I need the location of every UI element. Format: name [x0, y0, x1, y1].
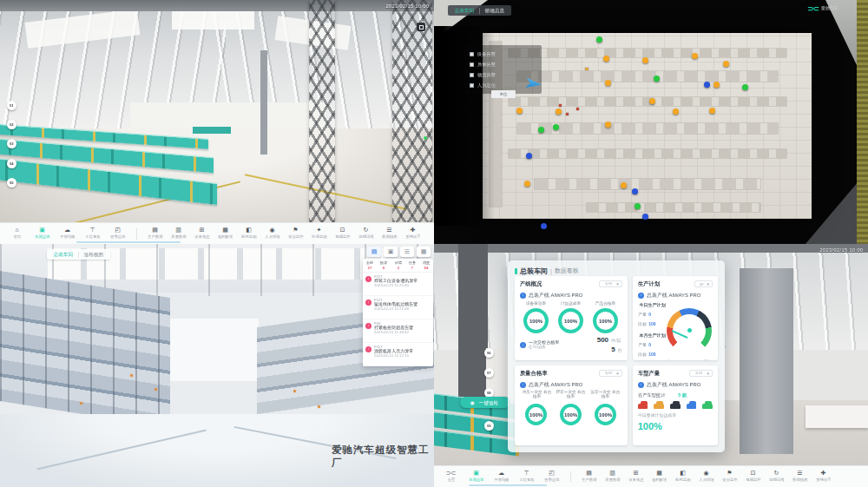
marker-badge[interactable]: 06 [484, 348, 494, 358]
map-marker-orange[interactable] [673, 109, 679, 115]
map-marker-green[interactable] [538, 127, 544, 133]
toolbar-item[interactable]: ✚系统设置 [812, 470, 835, 484]
marker-badge[interactable]: 03 [7, 139, 16, 148]
alarm-item[interactable]: !F03拧紧枪扭矩超差告警2023-02-15 11:18:42 [363, 319, 433, 343]
toolbar-item[interactable]: ◰告警总览 [105, 227, 130, 240]
toolbar-item[interactable]: ⊡视频监控 [331, 227, 354, 240]
panel-mini-tab[interactable]: ▦ [417, 247, 431, 257]
map-marker-orange[interactable] [603, 56, 609, 62]
toolbar-item[interactable]: ⚑安全监控 [284, 227, 307, 240]
map-marker-green[interactable] [654, 76, 660, 82]
marker-badge[interactable]: 07 [484, 368, 494, 378]
toolbar-item[interactable]: ▥质量数据 [601, 470, 624, 484]
toolbar-item[interactable]: ⊃⊂全景 [438, 470, 464, 484]
alarm-item[interactable]: !F117焊装工位设备通讯异常2023-02-15 11:25:30 [363, 273, 433, 296]
toolbar-item[interactable]: ⊞设备状态 [190, 227, 214, 240]
marker-badge[interactable]: 04 [7, 159, 16, 168]
map-marker-orange[interactable] [709, 108, 715, 114]
toolbar-item[interactable]: ◉人员管理 [694, 470, 718, 484]
alarm-tab[interactable]: 任务7 [405, 259, 419, 272]
toolbar-item[interactable]: ⚑安全监控 [718, 470, 741, 484]
toolbar-item[interactable]: ▦物料配送 [214, 227, 237, 240]
panel-mini-tab[interactable]: ▣ [384, 247, 398, 257]
viewport-workshop-roam[interactable]: 2023/02/15 10:00 0102030405 ⌂首页▣车间总览☁平面鸟… [0, 0, 434, 244]
toolbar-item[interactable]: ✦环境监测 [307, 227, 331, 240]
map-marker-blue[interactable] [642, 214, 648, 220]
toolbar-item[interactable]: ↻远程运维 [354, 227, 378, 240]
reset-button[interactable]: 复位 [491, 90, 516, 98]
fullscreen-icon[interactable] [417, 23, 425, 31]
marker-badge[interactable]: 02 [7, 120, 16, 129]
range-dropdown[interactable]: 今日▾ [599, 280, 622, 287]
map-marker-green[interactable] [553, 124, 559, 130]
alarm-icon: ! [365, 299, 372, 306]
alarm-item[interactable]: !F117涂胶机器人压力异常2023-02-15 11:12:15 [363, 343, 433, 366]
alarm-tab[interactable]: 故障2 [391, 259, 404, 272]
map-marker-blue[interactable] [632, 188, 638, 194]
toolbar-item[interactable]: ✚系统设置 [401, 227, 424, 240]
panel-mini-tab[interactable]: ▤ [367, 247, 381, 257]
alarm-list[interactable]: !F117焊装工位设备通讯异常2023-02-15 11:25:30!F117输… [363, 273, 433, 366]
toolbar-item[interactable]: ◧能耗监测 [237, 227, 260, 240]
marker-badge[interactable]: 05 [7, 178, 16, 188]
toolbar-item[interactable]: ⌂首页 [4, 227, 30, 240]
map-marker-blue[interactable] [704, 82, 710, 88]
checkbox-icon[interactable] [470, 63, 474, 67]
map-marker-orange[interactable] [723, 61, 729, 67]
toolbar-item[interactable]: ⊡视频监控 [741, 470, 765, 484]
map-marker-green[interactable] [742, 84, 748, 90]
map-marker-green[interactable] [596, 36, 602, 43]
viewport-inspection[interactable]: 总装车间 巡检视图 ▤▣☰▦ 全部27预警8故障2任务7消息84 !F117焊装… [0, 244, 434, 487]
map-marker-orange[interactable] [605, 80, 611, 86]
checkbox-icon[interactable] [470, 83, 474, 88]
toolbar-scrollbar[interactable] [76, 241, 181, 243]
map-marker-orange[interactable] [524, 181, 530, 187]
toolbar-item[interactable]: ◧能耗监测 [671, 470, 694, 484]
map-marker-orange[interactable] [605, 122, 611, 128]
viewport-plant-map[interactable]: 总装车间 俯视总览 ⊃⊂ 爱驰汽车 设备告警质量告警物流告警人员定位 复位 [434, 0, 868, 244]
viewport-dashboard[interactable]: 2023/02/15 10:00 06070809 ◉ 一键巡检 总装车间 | … [434, 244, 868, 487]
map-marker-orange[interactable] [556, 109, 562, 115]
toolbar-scrollbar[interactable] [469, 484, 547, 486]
plan-gauge: 0 100 [662, 301, 713, 360]
one-key-inspect-button[interactable]: ◉ 一键巡检 [460, 397, 510, 408]
toolbar-item[interactable]: ☁平面鸟瞰 [55, 227, 80, 240]
layer-toggle[interactable]: 人员定位 [470, 80, 537, 90]
map-marker-blue[interactable] [541, 223, 547, 229]
toolbar-item[interactable]: ☰数据报表 [378, 227, 401, 240]
toolbar-item[interactable]: ▥质量数据 [167, 227, 190, 240]
floor-dropdown[interactable]: 1F▾ [694, 280, 713, 287]
toolbar-item[interactable]: ▦物料配送 [648, 470, 671, 484]
toolbar-item[interactable]: ▤生产数据 [143, 227, 167, 240]
map-marker-orange[interactable] [642, 57, 648, 63]
map-marker-orange[interactable] [692, 53, 698, 59]
marker-badge[interactable]: 01 [7, 101, 16, 110]
alarm-tab[interactable]: 预警8 [377, 259, 391, 272]
toolbar-item[interactable]: ⊤工位视角 [80, 227, 105, 240]
layer-toggle[interactable]: 质量告警 [470, 59, 537, 69]
toolbar-item[interactable]: ▣车间总览 [30, 227, 55, 240]
toolbar-item[interactable]: ☁平面鸟瞰 [489, 470, 514, 484]
map-marker-orange[interactable] [713, 82, 720, 88]
panel-mini-tab[interactable]: ☰ [400, 247, 414, 257]
toolbar-item[interactable]: ◉人员管理 [260, 227, 284, 240]
map-marker-orange[interactable] [516, 108, 523, 114]
toolbar-item[interactable]: ⊞设备状态 [624, 470, 648, 484]
alarm-item[interactable]: !F117输送线体电机过载告警2023-02-15 11:21:08 [363, 296, 433, 319]
map-marker-blue[interactable] [526, 153, 532, 159]
toolbar-item[interactable]: ⊤工位视角 [514, 470, 539, 484]
toolbar-item[interactable]: ☰数据报表 [788, 470, 812, 484]
toolbar-item[interactable]: ↻远程运维 [765, 470, 788, 484]
range-dropdown[interactable]: 今日▾ [689, 370, 713, 377]
toolbar-item[interactable]: ▤生产数据 [577, 470, 601, 484]
marker-badge[interactable]: 09 [484, 421, 494, 431]
checkbox-icon[interactable] [470, 52, 474, 56]
checkbox-icon[interactable] [470, 73, 474, 77]
range-dropdown[interactable]: 今日▾ [599, 370, 622, 377]
layer-toggle[interactable]: 设备告警 [470, 49, 537, 59]
toolbar-item[interactable]: ◰告警总览 [539, 470, 564, 484]
alarm-tab[interactable]: 消息84 [419, 259, 433, 272]
toolbar-item[interactable]: ▣车间总览 [464, 470, 489, 484]
alarm-tab[interactable]: 全部27 [363, 259, 377, 272]
map-marker-green[interactable] [635, 203, 641, 209]
